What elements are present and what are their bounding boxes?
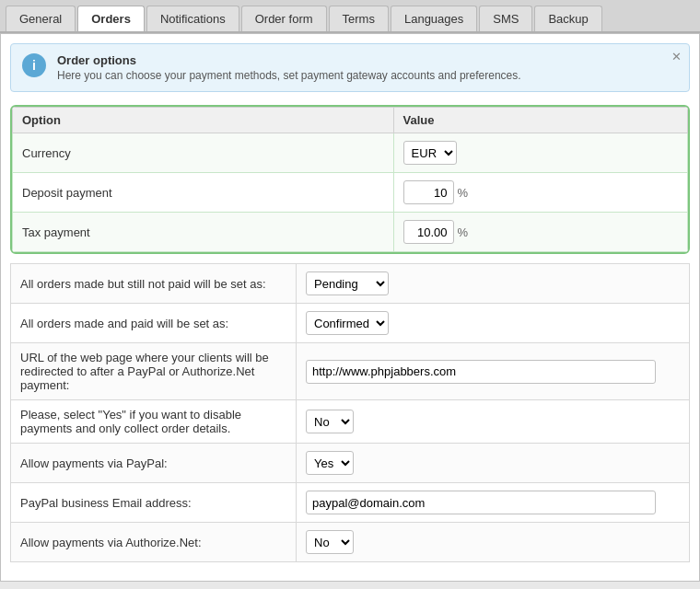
regular-options-section: All orders made but still not paid will … (10, 263, 690, 562)
row-control: No Yes (297, 400, 690, 444)
info-box-description: Here you can choose your payment methods… (57, 69, 661, 82)
paypal-select[interactable]: Yes No (306, 451, 354, 475)
table-row: Deposit payment % (13, 173, 688, 213)
col-option-header: Option (13, 108, 394, 133)
table-row: Allow payments via Authorize.Net: No Yes (11, 523, 690, 562)
row-control: Pending Confirmed Cancelled (297, 304, 690, 343)
table-row: Tax payment % (13, 213, 688, 252)
tab-orders[interactable]: Orders (77, 6, 145, 31)
paypal-email-input[interactable] (306, 491, 656, 514)
row-control (297, 343, 690, 400)
disable-payments-select[interactable]: No Yes (306, 410, 354, 433)
content-area: i ✕ Order options Here you can choose yo… (0, 33, 700, 582)
row-control: Yes No (297, 444, 690, 483)
row-label: All orders made and paid will be set as: (11, 304, 297, 343)
row-control (297, 483, 690, 523)
redirect-url-input[interactable] (306, 360, 656, 384)
deposit-suffix: % (458, 186, 469, 200)
row-label: Allow payments via PayPal: (11, 444, 297, 483)
close-button[interactable]: ✕ (671, 50, 682, 64)
regular-options-table: All orders made but still not paid will … (10, 263, 690, 562)
tab-bar: General Orders Notifications Order form … (0, 0, 700, 33)
info-box: i ✕ Order options Here you can choose yo… (10, 43, 690, 92)
table-row: Please, select "Yes" if you want to disa… (11, 400, 690, 444)
row-label: URL of the web page where your clients w… (11, 343, 297, 400)
table-row: Currency EUR USD GBP (13, 133, 688, 173)
tax-input-group: % (403, 220, 678, 244)
row-label: All orders made but still not paid will … (11, 264, 297, 304)
currency-select[interactable]: EUR USD GBP (403, 141, 457, 165)
tab-backup[interactable]: Backup (534, 6, 601, 31)
green-border: Option Value Currency EUR USD (10, 105, 690, 254)
deposit-input-group: % (403, 180, 678, 204)
col-value-header: Value (393, 108, 687, 133)
tab-notifications[interactable]: Notifications (146, 6, 239, 31)
deposit-input[interactable] (403, 180, 454, 204)
green-options-section: Option Value Currency EUR USD (10, 105, 690, 254)
main-window: General Orders Notifications Order form … (0, 0, 700, 589)
row-label: Allow payments via Authorize.Net: (11, 523, 297, 562)
row-control: % (393, 213, 687, 252)
table-row: Allow payments via PayPal: Yes No (11, 444, 690, 483)
confirmed-select[interactable]: Pending Confirmed Cancelled (306, 311, 389, 335)
row-label: PayPal business Email address: (11, 483, 297, 523)
authnet-select[interactable]: No Yes (306, 530, 354, 554)
info-box-title: Order options (57, 53, 661, 67)
table-row: All orders made and paid will be set as:… (11, 304, 690, 343)
row-label: Deposit payment (13, 173, 394, 213)
table-row: URL of the web page where your clients w… (11, 343, 690, 400)
tax-input[interactable] (403, 220, 454, 244)
tab-languages[interactable]: Languages (391, 6, 477, 31)
row-control: Pending Confirmed Cancelled (297, 264, 690, 304)
tab-general[interactable]: General (6, 6, 76, 31)
row-label: Currency (13, 133, 394, 173)
tab-terms[interactable]: Terms (329, 6, 389, 31)
row-label: Tax payment (13, 213, 394, 252)
tab-order-form[interactable]: Order form (241, 6, 327, 31)
tax-suffix: % (458, 225, 469, 239)
table-row: PayPal business Email address: (11, 483, 690, 523)
row-control: % (393, 173, 687, 213)
row-control: No Yes (297, 523, 690, 562)
row-control: EUR USD GBP (393, 133, 687, 173)
tab-sms[interactable]: SMS (479, 6, 532, 31)
table-row: All orders made but still not paid will … (11, 264, 690, 304)
info-icon: i (22, 53, 46, 77)
green-options-table: Option Value Currency EUR USD (12, 107, 688, 252)
pending-select[interactable]: Pending Confirmed Cancelled (306, 271, 389, 295)
row-label: Please, select "Yes" if you want to disa… (11, 400, 297, 444)
